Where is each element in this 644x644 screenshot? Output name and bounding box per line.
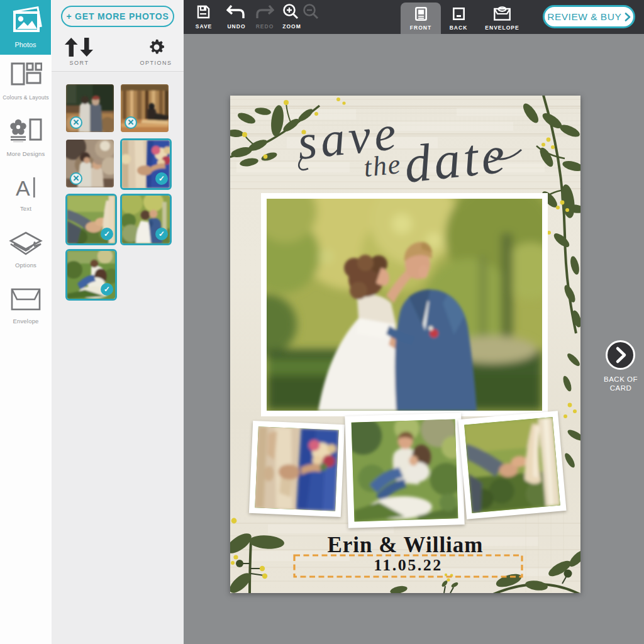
svg-text:the: the — [362, 148, 403, 183]
svg-text:date: date — [401, 125, 510, 194]
svg-text:A: A — [16, 176, 30, 199]
